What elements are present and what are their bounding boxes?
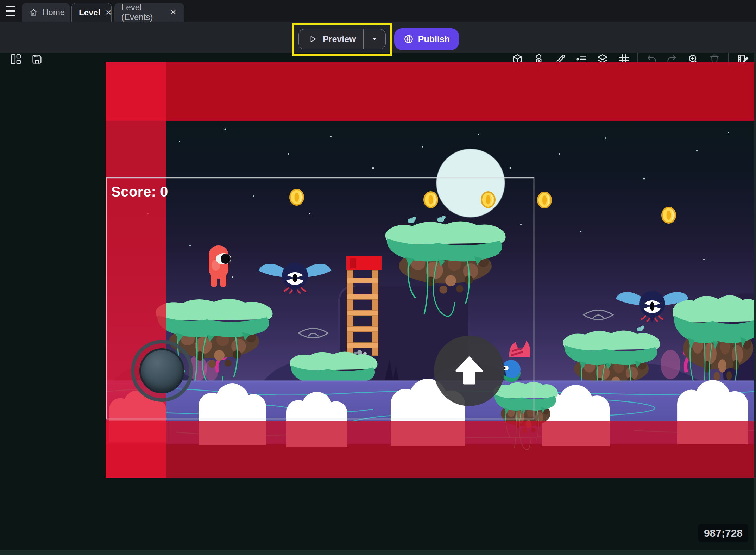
score-text[interactable]: Score: 0 [111, 184, 168, 200]
virtual-joystick-pad[interactable] [139, 348, 184, 393]
top-bar: Home Level ✕ Level (Events) ✕ [0, 0, 756, 22]
save-icon[interactable] [31, 53, 43, 65]
publish-label: Publish [418, 34, 450, 44]
globe-icon [403, 34, 414, 44]
preview-button[interactable]: Preview [298, 29, 386, 49]
preview-dropdown[interactable] [363, 29, 385, 49]
publish-button[interactable]: Publish [394, 28, 459, 50]
tab-label: Level (Events) [121, 2, 165, 22]
close-icon[interactable]: ✕ [105, 8, 112, 17]
tab-level-events[interactable]: Level (Events) ✕ [114, 3, 184, 22]
menu-hamburger-icon[interactable] [6, 6, 16, 16]
coin[interactable] [662, 207, 675, 223]
level-scene-canvas[interactable] [106, 62, 754, 478]
horizontal-scrollbar[interactable] [0, 550, 756, 555]
tab-home[interactable]: Home [22, 3, 70, 22]
coin[interactable] [538, 192, 551, 208]
vertical-scrollbar[interactable] [754, 53, 756, 550]
tab-label: Home [42, 7, 65, 17]
play-icon [308, 35, 317, 44]
red-overlay-bottom [106, 421, 754, 478]
moon[interactable] [436, 149, 505, 217]
home-icon [29, 8, 38, 17]
coin[interactable] [290, 189, 303, 205]
cursor-coordinates-badge: 987;728 [698, 524, 748, 542]
close-icon[interactable]: ✕ [169, 8, 177, 17]
tab-level[interactable]: Level ✕ [71, 3, 112, 22]
red-overlay-top [106, 62, 754, 121]
layout-dashboard-icon[interactable] [10, 53, 22, 65]
jump-button[interactable] [434, 336, 504, 406]
tab-label: Level [79, 8, 100, 18]
coin[interactable] [424, 192, 437, 207]
chevron-down-icon [370, 35, 379, 43]
up-arrow-icon [451, 353, 487, 389]
preview-button-main[interactable]: Preview [299, 29, 363, 49]
coin[interactable] [481, 192, 495, 207]
red-overlay-left [106, 62, 166, 478]
preview-label: Preview [323, 34, 356, 44]
